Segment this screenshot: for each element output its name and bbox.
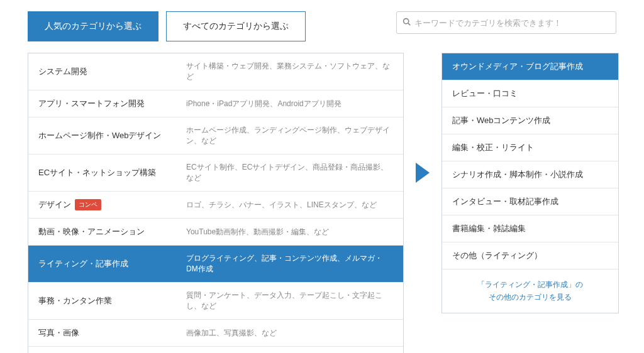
category-search-wrap	[396, 11, 616, 34]
subcategory-item[interactable]: 編集・校正・リライト	[442, 134, 618, 161]
category-row[interactable]: ホームページ制作・Webデザインホームページ作成、ランディングページ制作、ウェブ…	[28, 117, 403, 154]
see-more-line2: その他のカテゴリを見る	[489, 293, 572, 301]
subcategory-header[interactable]: オウンドメディア・ブログ記事作成	[442, 53, 618, 80]
subcategory-item[interactable]: 書籍編集・雑誌編集	[442, 215, 618, 242]
category-title: 写真・画像	[38, 327, 186, 339]
category-row[interactable]: ネーミング・アイデアコンペネーミング募集、キャッチコピー・コピーライティング	[28, 346, 403, 353]
category-desc: ブログライティング、記事・コンテンツ作成、メルマガ・DM作成	[186, 253, 393, 274]
subcategory-item[interactable]: レビュー・口コミ	[442, 80, 618, 107]
subcategory-panel: オウンドメディア・ブログ記事作成 レビュー・口コミ記事・Webコンテンツ作成編集…	[441, 53, 619, 313]
svg-marker-2	[416, 163, 430, 183]
category-title: ECサイト・ネットショップ構築	[38, 167, 186, 178]
subcategory-item[interactable]: その他（ライティング）	[442, 242, 618, 269]
category-desc: YouTube動画制作、動画撮影・編集、など	[186, 227, 393, 237]
tab-popular-categories[interactable]: 人気のカテゴリから選ぶ	[28, 11, 158, 41]
category-title: ホームページ制作・Webデザイン	[38, 130, 186, 141]
subcategory-item[interactable]: 記事・Webコンテンツ作成	[442, 107, 618, 134]
category-row[interactable]: ライティング・記事作成ブログライティング、記事・コンテンツ作成、メルマガ・DM作…	[28, 245, 403, 282]
arrow-indicator	[415, 53, 430, 183]
category-desc: ECサイト制作、ECサイトデザイン、商品登録・商品撮影、など	[186, 162, 393, 183]
category-title: 事務・カンタン作業	[38, 295, 186, 307]
category-desc: ホームページ作成、ランディングページ制作、ウェブデザイン、など	[186, 125, 393, 146]
category-title: アプリ・スマートフォン開発	[38, 98, 186, 109]
category-row[interactable]: 事務・カンタン作業質問・アンケート、データ入力、テープ起こし・文字起こし、など	[28, 282, 403, 319]
category-row[interactable]: アプリ・スマートフォン開発iPhone・iPadアプリ開発、Androidアプリ…	[28, 90, 403, 117]
tab-all-categories[interactable]: すべてのカテゴリから選ぶ	[166, 11, 306, 41]
category-desc: 画像加工、写真撮影、など	[186, 328, 393, 339]
subcategory-item[interactable]: シナリオ作成・脚本制作・小説作成	[442, 161, 618, 188]
category-row[interactable]: 写真・画像画像加工、写真撮影、など	[28, 319, 403, 346]
category-desc: ロゴ、チラシ、バナー、イラスト、LINEスタンプ、など	[186, 200, 393, 210]
subcategory-see-more-link[interactable]: 「ライティング・記事作成」の その他のカテゴリを見る	[442, 269, 618, 313]
category-search-input[interactable]	[396, 11, 616, 34]
see-more-line1: 「ライティング・記事作成」の	[477, 280, 583, 289]
category-row[interactable]: ECサイト・ネットショップ構築ECサイト制作、ECサイトデザイン、商品登録・商品…	[28, 154, 403, 191]
category-desc: サイト構築・ウェブ開発、業務システム・ソフトウェア、など	[186, 61, 393, 82]
category-title: 動画・映像・アニメーション	[38, 226, 186, 237]
category-list: システム開発サイト構築・ウェブ開発、業務システム・ソフトウェア、などアプリ・スマ…	[28, 53, 404, 353]
category-row[interactable]: デザインコンペロゴ、チラシ、バナー、イラスト、LINEスタンプ、など	[28, 191, 403, 218]
category-row[interactable]: システム開発サイト構築・ウェブ開発、業務システム・ソフトウェア、など	[28, 53, 403, 90]
subcategory-item[interactable]: インタビュー・取材記事作成	[442, 188, 618, 215]
category-title: デザインコンペ	[38, 199, 186, 210]
category-title: システム開発	[38, 66, 186, 77]
category-title: ライティング・記事作成	[38, 258, 186, 269]
category-desc: iPhone・iPadアプリ開発、Androidアプリ開発	[186, 99, 393, 109]
category-desc: 質問・アンケート、データ入力、テープ起こし・文字起こし、など	[186, 290, 393, 312]
compe-badge: コンペ	[75, 199, 101, 210]
category-tabs: 人気のカテゴリから選ぶ すべてのカテゴリから選ぶ	[28, 11, 306, 41]
category-row[interactable]: 動画・映像・アニメーションYouTube動画制作、動画撮影・編集、など	[28, 218, 403, 245]
